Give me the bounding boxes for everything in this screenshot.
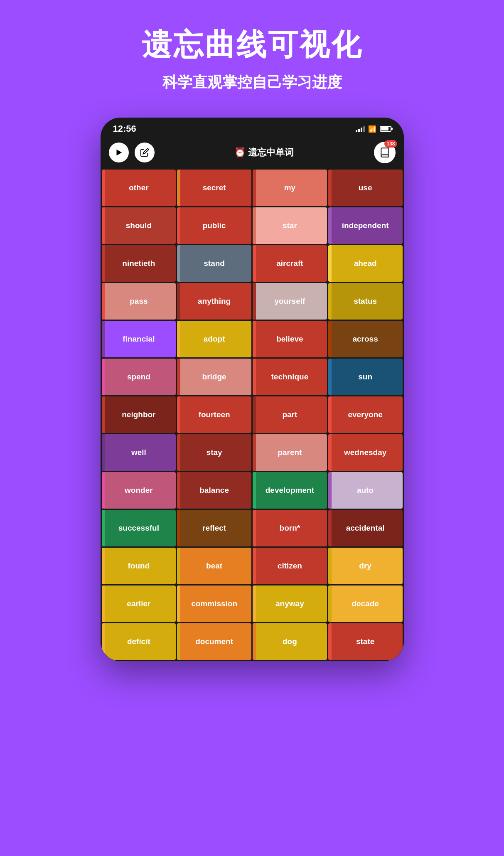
- word-cell[interactable]: development: [253, 472, 327, 509]
- word-cell[interactable]: auto: [328, 472, 403, 509]
- word-cell[interactable]: ahead: [328, 245, 403, 282]
- word-cell[interactable]: deficit: [102, 623, 176, 660]
- app-title: ⏰ 遗忘中单词: [160, 146, 368, 159]
- word-cell[interactable]: stay: [177, 434, 251, 471]
- word-cell[interactable]: earlier: [102, 585, 176, 622]
- word-cell[interactable]: decade: [328, 585, 403, 622]
- word-cell[interactable]: anyway: [253, 585, 327, 622]
- wifi-icon: 📶: [368, 125, 376, 133]
- word-cell[interactable]: beat: [177, 548, 251, 584]
- edit-button[interactable]: [135, 143, 155, 162]
- word-cell[interactable]: bridge: [177, 359, 251, 395]
- word-cell[interactable]: pass: [102, 283, 176, 320]
- word-cell[interactable]: status: [328, 283, 403, 320]
- word-cell[interactable]: aircraft: [253, 245, 327, 282]
- word-cell[interactable]: adopt: [177, 321, 251, 357]
- header-section: 遗忘曲线可视化 科学直观掌控自己学习进度: [142, 25, 363, 118]
- word-grid: othersecretmyuseshouldpublicstarindepend…: [101, 168, 404, 661]
- word-cell[interactable]: star: [253, 207, 327, 244]
- word-cell[interactable]: should: [102, 207, 176, 244]
- word-cell[interactable]: accidental: [328, 510, 403, 546]
- word-cell[interactable]: dog: [253, 623, 327, 660]
- word-cell[interactable]: well: [102, 434, 176, 471]
- word-cell[interactable]: wednesday: [328, 434, 403, 471]
- app-toolbar: ⏰ 遗忘中单词 138: [101, 138, 404, 168]
- word-cell[interactable]: ninetieth: [102, 245, 176, 282]
- word-cell[interactable]: successful: [102, 510, 176, 546]
- word-cell[interactable]: part: [253, 396, 327, 433]
- main-subtitle: 科学直观掌控自己学习进度: [142, 72, 363, 93]
- word-cell[interactable]: citizen: [253, 548, 327, 584]
- status-time: 12:56: [113, 123, 136, 134]
- word-cell[interactable]: wonder: [102, 472, 176, 509]
- word-cell[interactable]: state: [328, 623, 403, 660]
- word-cell[interactable]: sun: [328, 359, 403, 395]
- play-button[interactable]: [109, 143, 129, 162]
- word-cell[interactable]: across: [328, 321, 403, 357]
- word-cell[interactable]: technique: [253, 359, 327, 395]
- status-icons: 📶: [356, 125, 391, 133]
- word-cell[interactable]: financial: [102, 321, 176, 357]
- word-cell[interactable]: anything: [177, 283, 251, 320]
- phone-frame: 12:56 📶 ⏰ 遗忘中单词: [101, 118, 404, 661]
- word-cell[interactable]: reflect: [177, 510, 251, 546]
- word-cell[interactable]: stand: [177, 245, 251, 282]
- status-bar: 12:56 📶: [101, 118, 404, 138]
- book-button[interactable]: 138: [374, 142, 396, 163]
- main-title: 遗忘曲线可视化: [142, 25, 363, 65]
- word-cell[interactable]: other: [102, 170, 176, 206]
- svg-marker-0: [116, 150, 122, 156]
- word-cell[interactable]: yourself: [253, 283, 327, 320]
- word-cell[interactable]: commission: [177, 585, 251, 622]
- word-cell[interactable]: everyone: [328, 396, 403, 433]
- battery-icon: [380, 126, 391, 132]
- word-cell[interactable]: parent: [253, 434, 327, 471]
- word-cell[interactable]: my: [253, 170, 327, 206]
- word-cell[interactable]: independent: [328, 207, 403, 244]
- signal-icon: [356, 125, 365, 132]
- word-cell[interactable]: spend: [102, 359, 176, 395]
- word-cell[interactable]: believe: [253, 321, 327, 357]
- word-cell[interactable]: dry: [328, 548, 403, 584]
- badge-count: 138: [384, 140, 397, 148]
- word-cell[interactable]: born*: [253, 510, 327, 546]
- word-cell[interactable]: fourteen: [177, 396, 251, 433]
- word-cell[interactable]: neighbor: [102, 396, 176, 433]
- word-cell[interactable]: balance: [177, 472, 251, 509]
- word-cell[interactable]: use: [328, 170, 403, 206]
- word-cell[interactable]: document: [177, 623, 251, 660]
- word-cell[interactable]: found: [102, 548, 176, 584]
- word-cell[interactable]: secret: [177, 170, 251, 206]
- word-cell[interactable]: public: [177, 207, 251, 244]
